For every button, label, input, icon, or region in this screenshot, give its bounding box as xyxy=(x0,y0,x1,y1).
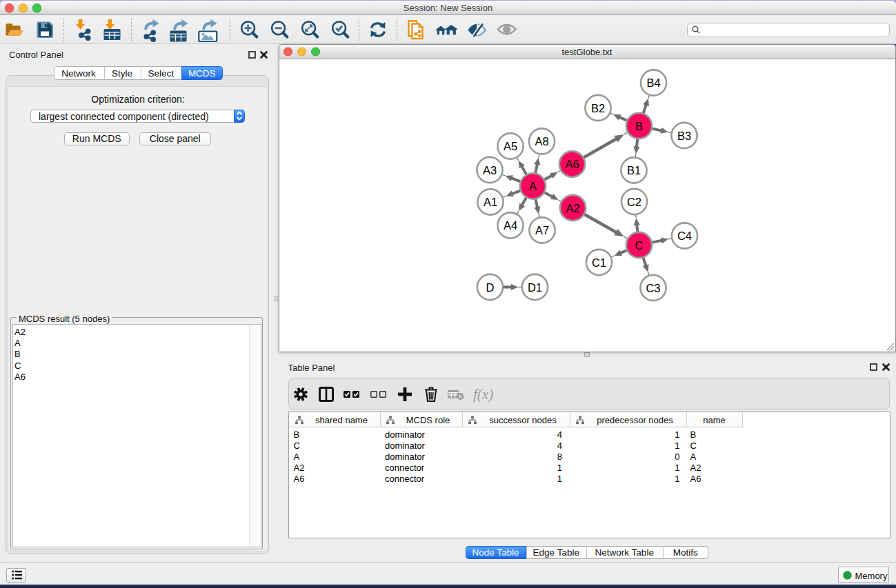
svg-text:B: B xyxy=(635,120,643,132)
svg-text:C4: C4 xyxy=(677,230,692,242)
svg-text:A5: A5 xyxy=(504,140,517,152)
svg-text:D: D xyxy=(486,281,495,294)
svg-text:D1: D1 xyxy=(528,281,542,294)
svg-text:C2: C2 xyxy=(627,196,641,208)
svg-text:A: A xyxy=(529,180,537,192)
svg-text:A1: A1 xyxy=(484,196,497,208)
svg-text:C: C xyxy=(635,239,644,252)
svg-text:A6: A6 xyxy=(565,158,579,170)
svg-text:B3: B3 xyxy=(677,130,691,142)
svg-text:B2: B2 xyxy=(591,102,605,114)
svg-text:A8: A8 xyxy=(535,135,548,148)
svg-text:A7: A7 xyxy=(535,224,549,236)
svg-text:A4: A4 xyxy=(504,219,517,232)
svg-text:A3: A3 xyxy=(483,164,497,176)
svg-text:B4: B4 xyxy=(646,77,660,89)
svg-text:C1: C1 xyxy=(592,256,606,269)
svg-text:A2: A2 xyxy=(566,202,579,214)
svg-text:B1: B1 xyxy=(627,164,641,176)
svg-text:C3: C3 xyxy=(646,282,660,294)
